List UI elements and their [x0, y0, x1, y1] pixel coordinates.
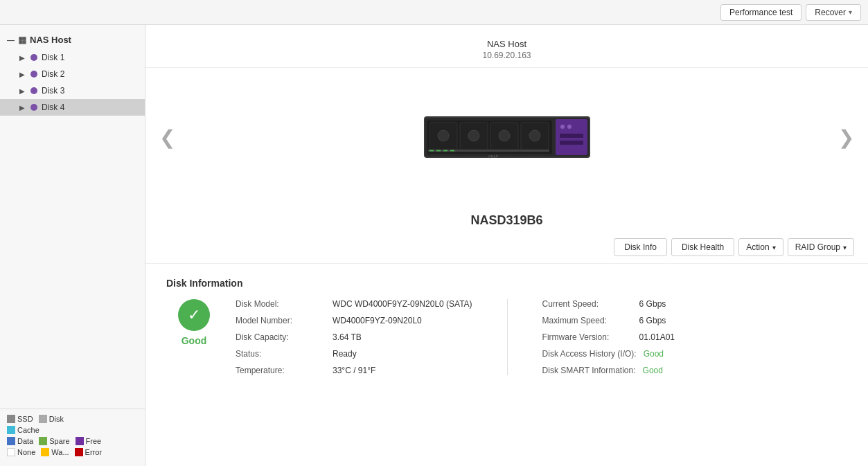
device-model-label: NASD319B6 — [145, 206, 868, 238]
disk-access-row: Disk Access History (I/O): Good — [542, 349, 675, 359]
disk1-label: Disk 1 — [42, 53, 64, 62]
disk2-label: Disk 2 — [42, 69, 64, 79]
action-dropdown-arrow: ▾ — [772, 244, 776, 251]
disk-smart-row: Disk SMART Information: Good — [542, 366, 675, 375]
legend-warning-label: Wa... — [51, 448, 69, 456]
max-speed-label: Maximum Speed: — [542, 316, 632, 325]
disk4-expand-icon: ▶ — [19, 104, 25, 111]
temperature-row: Temperature: 33°C / 91°F — [236, 366, 472, 375]
svg-rect-19 — [443, 150, 448, 152]
legend-error-label: Error — [85, 448, 102, 456]
disk-info-section: Disk Information ✓ Good Disk Model: WDC — [145, 264, 868, 389]
action-dropdown-button[interactable]: Action ▾ — [738, 238, 783, 256]
legend-disk: Disk — [39, 415, 64, 423]
disk-access-value: Good — [644, 349, 664, 359]
legend-ssd-label: SSD — [17, 415, 33, 423]
disk-details: Disk Model: WDC WD4000F9YZ-09N20L0 (SATA… — [236, 299, 847, 375]
legend-none-box — [7, 448, 15, 456]
disk-model-label: Disk Model: — [236, 299, 326, 309]
current-speed-row: Current Speed: 6 Gbps — [542, 299, 675, 309]
disk2-dot — [30, 71, 37, 78]
svg-text:QNAP: QNAP — [488, 154, 498, 159]
sidebar-item-disk3[interactable]: ▶ Disk 3 — [0, 82, 145, 99]
svg-rect-14 — [560, 134, 583, 138]
device-header-name: NAS Host — [145, 39, 868, 49]
raid-group-label: RAID Group — [795, 242, 840, 252]
disk-model-value: WDC WD4000F9YZ-09N20L0 (SATA) — [333, 299, 472, 309]
disk4-label: Disk 4 — [42, 102, 64, 112]
legend-disk-label: Disk — [49, 415, 64, 423]
disk-info-title: Disk Information — [166, 278, 847, 289]
sidebar-tree: — ▦ NAS Host ▶ Disk 1 ▶ Disk 2 ▶ Disk 3 … — [0, 25, 145, 409]
legend-error: Error — [75, 448, 102, 456]
sidebar-item-disk4[interactable]: ▶ Disk 4 — [0, 99, 145, 116]
disk-capacity-value: 3.64 TB — [333, 332, 362, 342]
perf-test-label: Performance test — [729, 8, 792, 17]
nas-host-root[interactable]: — ▦ NAS Host — [0, 30, 145, 49]
svg-point-13 — [567, 125, 572, 129]
legend-warning: Wa... — [41, 448, 69, 456]
disk-model-row: Disk Model: WDC WD4000F9YZ-09N20L0 (SATA… — [236, 299, 472, 309]
sidebar: — ▦ NAS Host ▶ Disk 1 ▶ Disk 2 ▶ Disk 3 … — [0, 25, 145, 466]
legend-row-2: Data Spare Free — [7, 437, 138, 445]
current-speed-label: Current Speed: — [542, 299, 632, 309]
disk-info-label: Disk Info — [624, 242, 657, 252]
sidebar-item-disk2[interactable]: ▶ Disk 2 — [0, 66, 145, 82]
disk-health-button[interactable]: Disk Health — [671, 238, 734, 256]
disk-info-button[interactable]: Disk Info — [614, 238, 667, 256]
legend-ssd-box — [7, 415, 15, 423]
legend-spare: Spare — [39, 437, 69, 445]
carousel-right-button[interactable]: ❯ — [831, 119, 861, 156]
main-content: NAS Host 10.69.20.163 ❮ — [145, 25, 868, 466]
temperature-value: 33°C / 91°F — [333, 366, 375, 375]
action-bar: Disk Info Disk Health Action ▾ RAID Grou… — [145, 238, 868, 264]
disk3-label: Disk 3 — [42, 86, 64, 96]
svg-rect-15 — [560, 141, 583, 145]
nas-icon: ▦ — [18, 35, 26, 45]
model-number-label: Model Number: — [236, 316, 326, 325]
disk-access-label: Disk Access History (I/O): — [542, 349, 637, 359]
nas-device-image: QNAP — [424, 109, 590, 165]
disk4-dot — [30, 104, 37, 111]
performance-test-button[interactable]: Performance test — [720, 4, 801, 21]
legend-row-cache: Cache — [7, 426, 138, 434]
current-speed-value: 6 Gbps — [639, 299, 666, 309]
good-status-circle: ✓ — [178, 299, 210, 331]
svg-rect-17 — [429, 150, 434, 152]
disk2-expand-icon: ▶ — [19, 71, 25, 78]
raid-group-dropdown-button[interactable]: RAID Group ▾ — [788, 238, 854, 256]
recover-button[interactable]: Recover ▾ — [806, 4, 861, 21]
carousel-left-button[interactable]: ❮ — [152, 119, 182, 156]
legend-cache-label: Cache — [17, 426, 39, 434]
disk1-expand-icon: ▶ — [19, 54, 25, 62]
legend-none-label: None — [17, 448, 35, 456]
legend-cache-box — [7, 426, 15, 434]
disk-status-panel: ✓ Good — [166, 299, 222, 346]
legend-free: Free — [76, 437, 102, 445]
disk3-dot — [30, 87, 37, 94]
model-number-row: Model Number: WD4000F9YZ-09N20L0 — [236, 316, 472, 325]
temperature-label: Temperature: — [236, 366, 326, 375]
divider — [507, 299, 508, 375]
sidebar-item-disk1[interactable]: ▶ Disk 1 — [0, 49, 145, 66]
disk3-expand-icon: ▶ — [19, 87, 25, 95]
disk-smart-value: Good — [643, 366, 663, 375]
legend-warning-box — [41, 448, 49, 456]
legend-error-box — [75, 448, 83, 456]
device-header-ip: 10.69.20.163 — [145, 51, 868, 60]
legend-spare-box — [39, 437, 47, 445]
firmware-row: Firmware Version: 01.01A01 — [542, 332, 675, 342]
model-number-value: WD4000F9YZ-09N20L0 — [333, 316, 422, 325]
recover-label: Recover — [815, 8, 846, 17]
nas-host-label: NAS Host — [30, 35, 71, 45]
svg-rect-20 — [450, 150, 454, 152]
legend-row-1: SSD Disk — [7, 415, 138, 423]
disk-capacity-label: Disk Capacity: — [236, 332, 326, 342]
checkmark-icon: ✓ — [188, 306, 200, 324]
collapse-icon: — — [7, 36, 15, 44]
svg-point-8 — [468, 130, 479, 141]
max-speed-value: 6 Gbps — [639, 316, 666, 325]
disk-health-label: Disk Health — [682, 242, 724, 252]
svg-point-7 — [438, 130, 449, 141]
disk-detail-col-left: Disk Model: WDC WD4000F9YZ-09N20L0 (SATA… — [236, 299, 472, 375]
